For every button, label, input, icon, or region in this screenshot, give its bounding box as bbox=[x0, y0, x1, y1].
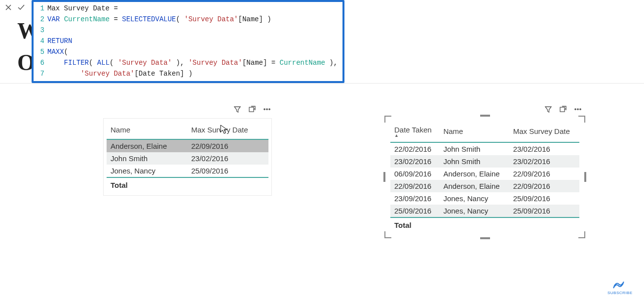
table-row[interactable]: Anderson, Elaine22/09/2016 bbox=[107, 139, 268, 152]
svg-point-3 bbox=[269, 109, 270, 110]
table-cell: John Smith bbox=[439, 142, 509, 155]
focus-mode-icon[interactable] bbox=[559, 105, 568, 114]
svg-point-6 bbox=[577, 109, 578, 110]
more-options-icon[interactable] bbox=[573, 105, 582, 114]
visual-toolbar bbox=[233, 105, 271, 114]
svg-rect-0 bbox=[249, 107, 254, 112]
table-cell: 25/09/2016 bbox=[187, 165, 268, 177]
total-row: Total bbox=[107, 177, 268, 192]
table-row[interactable]: 22/09/2016Anderson, Elaine22/09/2016 bbox=[390, 180, 579, 192]
table-right: Date TakenNameMax Survey Date 22/02/2016… bbox=[390, 122, 579, 232]
subscribe-watermark: SUBSCRIBE bbox=[607, 280, 629, 295]
table-cell: John Smith bbox=[107, 152, 187, 165]
table-cell: John Smith bbox=[439, 155, 509, 168]
formula-cancel-button[interactable] bbox=[4, 3, 13, 12]
table-cell: Jones, Nancy bbox=[439, 192, 509, 205]
table-left: NameMax Survey Date Anderson, Elaine22/0… bbox=[107, 122, 268, 192]
formula-editor[interactable]: 1Max Survey Date =2VAR CurrentName = SEL… bbox=[34, 2, 342, 81]
table-cell: 22/02/2016 bbox=[390, 142, 439, 155]
table-cell: 06/09/2016 bbox=[390, 168, 439, 180]
svg-point-7 bbox=[580, 109, 581, 110]
table-visual-left[interactable]: NameMax Survey Date Anderson, Elaine22/0… bbox=[104, 119, 271, 195]
column-header[interactable]: Max Survey Date bbox=[509, 122, 579, 142]
table-row[interactable]: 06/09/2016Anderson, Elaine22/09/2016 bbox=[390, 168, 579, 180]
formula-commit-button[interactable] bbox=[17, 3, 26, 12]
table-cell: Jones, Nancy bbox=[439, 205, 509, 217]
table-row[interactable]: John Smith23/02/2016 bbox=[107, 152, 268, 165]
report-canvas[interactable]: NameMax Survey Date Anderson, Elaine22/0… bbox=[0, 94, 644, 301]
table-cell: Anderson, Elaine bbox=[439, 168, 509, 180]
column-header[interactable]: Max Survey Date bbox=[187, 122, 268, 139]
filter-icon[interactable] bbox=[544, 105, 553, 114]
svg-rect-4 bbox=[560, 107, 565, 112]
table-cell: 22/09/2016 bbox=[390, 180, 439, 192]
column-header[interactable]: Date Taken bbox=[390, 122, 439, 142]
table-cell: 25/09/2016 bbox=[509, 192, 579, 205]
svg-point-1 bbox=[264, 109, 265, 110]
filter-icon[interactable] bbox=[233, 105, 242, 114]
table-cell: 22/09/2016 bbox=[509, 168, 579, 180]
table-row[interactable]: 23/09/2016Jones, Nancy25/09/2016 bbox=[390, 192, 579, 205]
focus-mode-icon[interactable] bbox=[248, 105, 257, 114]
svg-point-2 bbox=[266, 109, 267, 110]
table-row[interactable]: Jones, Nancy25/09/2016 bbox=[107, 165, 268, 177]
table-row[interactable]: 25/09/2016Jones, Nancy25/09/2016 bbox=[390, 205, 579, 217]
table-cell: Anderson, Elaine bbox=[107, 139, 187, 152]
table-row[interactable]: 23/02/2016John Smith23/02/2016 bbox=[390, 155, 579, 168]
table-cell: 23/02/2016 bbox=[187, 152, 268, 165]
svg-point-5 bbox=[575, 109, 576, 110]
table-cell: 23/02/2016 bbox=[390, 155, 439, 168]
table-cell: 23/02/2016 bbox=[509, 142, 579, 155]
table-cell: Jones, Nancy bbox=[107, 165, 187, 177]
table-cell: 25/09/2016 bbox=[390, 205, 439, 217]
table-cell: 22/09/2016 bbox=[187, 139, 268, 152]
column-header[interactable]: Name bbox=[107, 122, 187, 139]
visual-toolbar bbox=[544, 105, 582, 114]
table-row[interactable]: 22/02/2016John Smith23/02/2016 bbox=[390, 142, 579, 155]
table-cell: Anderson, Elaine bbox=[439, 180, 509, 192]
formula-editor-highlight: 1Max Survey Date =2VAR CurrentName = SEL… bbox=[32, 0, 344, 83]
table-cell: 22/09/2016 bbox=[509, 180, 579, 192]
total-row: Total bbox=[390, 217, 579, 232]
table-cell: 25/09/2016 bbox=[509, 205, 579, 217]
column-header[interactable]: Name bbox=[439, 122, 509, 142]
table-cell: 23/09/2016 bbox=[390, 192, 439, 205]
table-cell: 23/02/2016 bbox=[509, 155, 579, 168]
more-options-icon[interactable] bbox=[263, 105, 271, 114]
table-visual-right[interactable]: Date TakenNameMax Survey Date 22/02/2016… bbox=[387, 119, 582, 235]
formula-bar: 1Max Survey Date =2VAR CurrentName = SEL… bbox=[0, 0, 644, 84]
